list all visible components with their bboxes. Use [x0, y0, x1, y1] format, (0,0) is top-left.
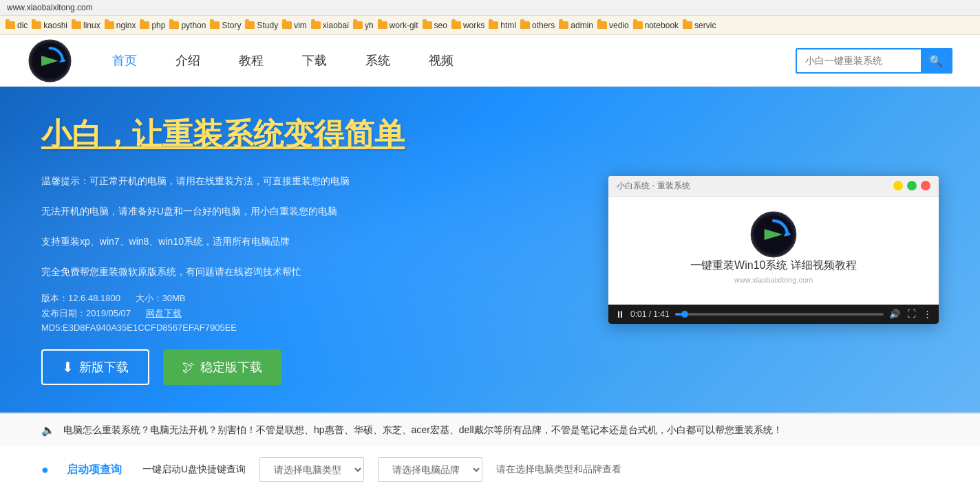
bookmark-item[interactable]: xiaobai — [311, 21, 349, 30]
search-input[interactable] — [797, 51, 921, 70]
hero-buttons: ⬇ 新版下载 🕊 稳定版下载 — [41, 349, 608, 385]
bookmark-item[interactable]: php — [140, 21, 165, 30]
bookmark-item[interactable]: admin — [559, 21, 593, 30]
folder-icon — [6, 21, 15, 29]
bookmark-item[interactable]: html — [489, 21, 516, 30]
folder-icon — [245, 21, 255, 29]
hero-desc4: 完全免费帮您重装微软原版系统，有问题请在线咨询技术帮忙 — [41, 262, 608, 281]
computer-brand-select[interactable]: 请选择电脑品牌联想惠普华硕戴尔宏基东芝 — [378, 457, 482, 482]
minimize-button[interactable] — [893, 181, 903, 190]
folder-icon — [140, 21, 149, 29]
hero-desc3: 支持重装xp、win7、win8、win10系统，适用所有电脑品牌 — [41, 232, 608, 251]
new-version-button[interactable]: ⬇ 新版下载 — [41, 349, 149, 385]
video-controls[interactable]: ⏸ 0:01 / 1:41 🔊 ⛶ ⋮ — [608, 305, 939, 324]
more-options-icon[interactable]: ⋮ — [923, 309, 932, 319]
bookmark-item[interactable]: kaoshi — [32, 21, 67, 30]
video-panel: 小白系统 - 重装系统 一键重装Win10系统 详细视频教程 www.xi — [608, 176, 939, 324]
folder-icon — [423, 21, 432, 29]
hero-desc1: 温馨提示：可正常开机的电脑，请用在线重装方法，可直接重装您的电脑 — [41, 171, 608, 190]
bookmark-item[interactable]: seo — [423, 21, 447, 30]
search-box: 🔍 — [796, 48, 952, 74]
video-progress-fill — [675, 313, 681, 316]
folder-icon — [32, 21, 41, 29]
hero-meta: 版本：12.6.48.1800 大小：30MB — [41, 292, 608, 305]
query-hint: 请在选择电脑类型和品牌查看 — [496, 463, 621, 476]
video-content: 一键重装Win10系统 详细视频教程 www.xiaobaixitong.com — [608, 197, 939, 305]
bookmark-item[interactable]: vim — [282, 21, 307, 30]
version-info: 版本：12.6.48.1800 大小：30MB — [41, 292, 186, 305]
bookmark-item[interactable]: linux — [72, 21, 100, 30]
play-pause-button[interactable]: ⏸ — [615, 309, 625, 320]
folder-icon — [451, 21, 461, 29]
video-time: 0:01 / 1:41 — [630, 309, 670, 319]
hero-title: 小白，让重装系统变得简单 — [41, 114, 608, 155]
nav-item-教程[interactable]: 教程 — [220, 52, 283, 69]
video-site: www.xiaobaixitong.com — [734, 276, 813, 284]
maximize-button[interactable] — [907, 181, 917, 190]
bookmark-item[interactable]: vedio — [597, 21, 629, 30]
browser-url-bar: www.xiaobaixitong.com — [0, 0, 980, 16]
info-bar-text: 电脑怎么重装系统？电脑无法开机？别害怕！不管是联想、hp惠普、华硕、东芝、ace… — [63, 424, 782, 437]
folder-icon — [353, 21, 363, 29]
folder-icon — [72, 21, 81, 29]
folder-icon — [597, 21, 607, 29]
folder-icon — [683, 21, 692, 29]
search-button[interactable]: 🔍 — [921, 50, 951, 72]
folder-icon — [105, 21, 114, 29]
folder-icon — [282, 21, 292, 29]
video-panel-wrapper: 小白系统 - 重装系统 一键重装Win10系统 详细视频教程 www.xi — [608, 176, 939, 324]
main-nav: 首页介绍教程下载系统视频 — [93, 52, 796, 69]
video-progress-dot — [681, 311, 688, 318]
bookmark-item[interactable]: notebook — [633, 21, 679, 30]
info-bar: 🔈 电脑怎么重装系统？电脑无法开机？别害怕！不管是联想、hp惠普、华硕、东芝、a… — [0, 413, 980, 446]
video-logo — [749, 210, 798, 259]
folder-icon — [559, 21, 568, 29]
bookmark-item[interactable]: works — [451, 21, 484, 30]
bookmark-item[interactable]: work-git — [378, 21, 418, 30]
computer-type-select[interactable]: 请选择电脑类型台式机笔记本 — [259, 457, 364, 482]
nav-item-首页[interactable]: 首页 — [93, 52, 156, 69]
folder-icon — [633, 21, 643, 29]
nav-item-介绍[interactable]: 介绍 — [156, 52, 220, 69]
nav-item-视频[interactable]: 视频 — [409, 52, 473, 69]
hero-md5: MD5:E3D8FA940A35E1CCFD8567EFAF7905EE — [41, 322, 608, 333]
hero-content: 小白，让重装系统变得简单 温馨提示：可正常开机的电脑，请用在线重装方法，可直接重… — [41, 114, 608, 385]
video-control-icons: 🔊 ⛶ ⋮ — [889, 309, 932, 319]
stable-version-button[interactable]: 🕊 稳定版下载 — [163, 349, 281, 385]
hero-section: 小白，让重装系统变得简单 温馨提示：可正常开机的电脑，请用在线重装方法，可直接重… — [0, 87, 980, 413]
volume-icon[interactable]: 🔊 — [889, 309, 900, 319]
video-progress-bar[interactable] — [675, 313, 884, 316]
query-bullet: ● — [41, 463, 49, 477]
header: 首页介绍教程下载系统视频 🔍 — [0, 35, 980, 87]
folder-icon — [489, 21, 498, 29]
bookmark-item[interactable]: Study — [245, 21, 278, 30]
folder-icon — [311, 21, 321, 29]
hero-desc2: 无法开机的电脑，请准备好U盘和一台好的电脑，用小白重装您的电脑 — [41, 201, 608, 221]
bookmark-item[interactable]: python — [169, 21, 206, 30]
query-title: 启动项查询 — [67, 463, 122, 477]
query-label: 一键启动U盘快捷键查询 — [142, 463, 246, 476]
bookmark-item[interactable]: dic — [6, 21, 28, 30]
site-logo[interactable] — [28, 39, 72, 83]
nav-item-系统[interactable]: 系统 — [346, 52, 409, 69]
folder-icon — [378, 21, 387, 29]
folder-icon — [520, 21, 530, 29]
bookmarks-bar: dickaoshilinuxnginxphppythonStoryStudyvi… — [0, 16, 980, 35]
bookmark-item[interactable]: others — [520, 21, 555, 30]
speaker-icon: 🔈 — [41, 424, 55, 437]
nav-item-下载[interactable]: 下载 — [283, 52, 346, 69]
bookmark-item[interactable]: servic — [683, 21, 716, 30]
hero-date: 发布日期：2019/05/07 网盘下载 — [41, 307, 608, 320]
window-controls — [893, 181, 930, 190]
bookmark-item[interactable]: nginx — [105, 21, 136, 30]
bookmark-item[interactable]: Story — [210, 21, 241, 30]
fullscreen-icon[interactable]: ⛶ — [907, 309, 916, 319]
folder-icon — [210, 21, 220, 29]
video-titlebar: 小白系统 - 重装系统 — [608, 176, 939, 197]
close-button[interactable] — [921, 181, 930, 190]
video-title: 一键重装Win10系统 详细视频教程 — [690, 259, 857, 273]
bookmark-item[interactable]: yh — [353, 21, 374, 30]
folder-icon — [169, 21, 179, 29]
query-section: ● 启动项查询 一键启动U盘快捷键查询 请选择电脑类型台式机笔记本 请选择电脑品… — [0, 446, 980, 493]
